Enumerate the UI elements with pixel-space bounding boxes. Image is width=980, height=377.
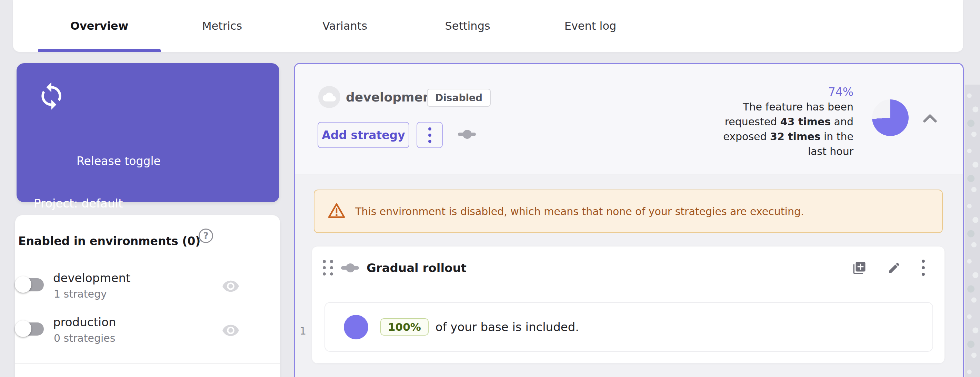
tab-list: Overview Metrics Variants Settings Event… <box>38 0 652 52</box>
divider <box>312 289 945 289</box>
strategy-slider-icon <box>458 130 476 139</box>
tab-overview[interactable]: Overview <box>38 0 161 52</box>
rollout-percentage-badge: 100% <box>380 318 429 335</box>
environment-header: development Disabled Add strategy 74% Th… <box>295 64 963 174</box>
chevron-up-icon[interactable] <box>923 113 938 125</box>
eye-icon[interactable] <box>222 277 240 297</box>
tab-label: Event log <box>565 19 617 32</box>
environment-more-button[interactable] <box>417 122 443 148</box>
strategy-header: Gradual rollout <box>312 246 945 289</box>
rollout-description: of your base is included. <box>436 320 579 334</box>
tab-settings[interactable]: Settings <box>406 0 529 52</box>
tab-bar: Overview Metrics Variants Settings Event… <box>13 0 963 52</box>
sync-icon <box>37 81 66 112</box>
production-toggle[interactable] <box>15 320 45 338</box>
rollout-summary-box: 100% of your base is included. <box>325 302 933 352</box>
kebab-icon <box>428 128 431 131</box>
environment-title: development <box>346 90 438 104</box>
development-toggle[interactable] <box>15 276 45 294</box>
eye-icon[interactable] <box>222 321 240 341</box>
tab-metrics[interactable]: Metrics <box>161 0 283 52</box>
strategy-slider-icon <box>341 264 359 272</box>
copy-strategy-button[interactable] <box>852 260 867 275</box>
active-tab-underline <box>38 49 161 52</box>
feature-type-card: Release toggle Project: default No descr… <box>17 63 279 202</box>
environment-row-production: production 0 strategies <box>15 317 256 355</box>
environment-name: development <box>53 271 130 285</box>
status-badge: Disabled <box>427 89 491 107</box>
drag-handle-icon[interactable] <box>323 260 333 275</box>
help-icon[interactable]: ? <box>199 228 213 243</box>
environment-name: production <box>53 315 116 329</box>
metrics-pie <box>872 99 908 136</box>
feature-type-label: Release toggle <box>76 154 161 168</box>
metrics-sentence: The feature has been requested 43 times … <box>702 99 853 159</box>
feature-project-label: Project: default <box>34 196 123 210</box>
add-strategy-button[interactable]: Add strategy <box>318 122 409 148</box>
tab-event-log[interactable]: Event log <box>529 0 652 52</box>
tab-label: Overview <box>70 19 129 32</box>
rollout-circle-icon <box>344 315 368 339</box>
disabled-warning-banner: This environment is disabled, which mean… <box>314 190 943 233</box>
metrics-percentage: 74% <box>702 85 853 99</box>
tab-label: Settings <box>445 19 490 32</box>
environment-row-development: development 1 strategy <box>15 273 256 311</box>
strategy-more-button[interactable] <box>922 260 925 276</box>
page: Overview Metrics Variants Settings Event… <box>0 0 980 377</box>
strategy-card: Gradual rollout <box>312 246 945 364</box>
tab-label: Variants <box>322 19 367 32</box>
environment-strategy-count: 0 strategies <box>54 332 115 344</box>
cloud-icon <box>323 91 336 104</box>
kebab-icon <box>922 260 925 263</box>
warning-text: This environment is disabled, which mean… <box>355 205 804 217</box>
environment-accordion: development Disabled Add strategy 74% Th… <box>294 63 964 377</box>
edit-strategy-button[interactable] <box>887 261 901 275</box>
cloud-avatar <box>318 86 340 108</box>
strategy-index: 1 <box>300 325 306 337</box>
warning-icon <box>328 202 345 220</box>
pencil-icon <box>887 261 901 275</box>
toggle-thumb <box>15 276 31 293</box>
strategy-actions <box>852 246 925 289</box>
metrics-summary: 74% The feature has been requested 43 ti… <box>702 85 853 159</box>
duplicate-icon <box>852 260 867 275</box>
environments-title: Enabled in environments (0) <box>18 235 200 248</box>
strategy-name: Gradual rollout <box>367 261 466 275</box>
environment-strategy-count: 1 strategy <box>54 288 107 300</box>
tab-variants[interactable]: Variants <box>283 0 406 52</box>
background-art <box>965 85 980 377</box>
card-divider <box>15 363 280 364</box>
tab-label: Metrics <box>202 19 242 32</box>
help-glyph: ? <box>203 231 208 241</box>
toggle-thumb <box>15 320 31 337</box>
